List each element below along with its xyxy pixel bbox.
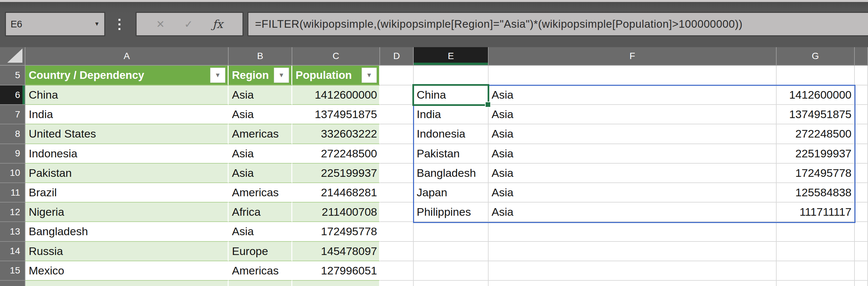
table-header-population[interactable]: Population▼ bbox=[292, 66, 380, 86]
cell-F16[interactable] bbox=[489, 281, 777, 286]
cell-E14[interactable] bbox=[414, 242, 489, 261]
cell-B8[interactable]: Americas bbox=[229, 124, 292, 144]
cell-D13[interactable] bbox=[380, 222, 414, 242]
cell-D8[interactable] bbox=[380, 124, 414, 144]
cell-G14[interactable] bbox=[777, 242, 855, 261]
table-header-region[interactable]: Region▼ bbox=[229, 66, 292, 86]
cell-D12[interactable] bbox=[380, 202, 414, 222]
row-header-5[interactable]: 5 bbox=[0, 66, 25, 86]
cell-E5[interactable] bbox=[414, 66, 489, 86]
enter-icon[interactable]: ✓ bbox=[184, 18, 193, 30]
row-header-11[interactable]: 11 bbox=[0, 183, 25, 202]
cell-D15[interactable] bbox=[380, 261, 414, 281]
column-header-b[interactable]: B bbox=[229, 47, 292, 66]
cell-G7[interactable]: 1374951875 bbox=[777, 105, 855, 124]
filter-button-population[interactable]: ▼ bbox=[362, 68, 377, 83]
row-header-15[interactable]: 15 bbox=[0, 261, 25, 281]
cell-D16[interactable] bbox=[380, 281, 414, 286]
cell-partial[interactable] bbox=[855, 281, 868, 286]
cell-G16[interactable] bbox=[777, 281, 855, 286]
cell-E9[interactable]: Pakistan bbox=[414, 144, 489, 164]
name-box[interactable]: E6 ▼ bbox=[5, 12, 105, 36]
cell-partial[interactable] bbox=[855, 124, 868, 144]
cell-partial[interactable] bbox=[855, 105, 868, 124]
cell-G15[interactable] bbox=[777, 261, 855, 281]
row-header-8[interactable]: 8 bbox=[0, 124, 25, 144]
cell-partial[interactable] bbox=[855, 202, 868, 222]
cell-partial[interactable] bbox=[855, 86, 868, 105]
cell-D5[interactable] bbox=[380, 66, 414, 86]
cell-D6[interactable] bbox=[380, 86, 414, 105]
filter-button-region[interactable]: ▼ bbox=[274, 68, 289, 83]
cell-partial[interactable] bbox=[855, 242, 868, 261]
cell-E13[interactable] bbox=[414, 222, 489, 242]
cell-F15[interactable] bbox=[489, 261, 777, 281]
cell-A13[interactable]: Bangladesh bbox=[25, 222, 229, 242]
cell-G13[interactable] bbox=[777, 222, 855, 242]
column-header-e[interactable]: E bbox=[414, 47, 489, 66]
cell-D14[interactable] bbox=[380, 242, 414, 261]
column-header-c[interactable]: C bbox=[292, 47, 380, 66]
formula-bar[interactable]: =FILTER(wikipopsimple,(wikipopsimple[Reg… bbox=[247, 12, 868, 36]
cell-D9[interactable] bbox=[380, 144, 414, 164]
cell-D7[interactable] bbox=[380, 105, 414, 124]
cell-B11[interactable]: Americas bbox=[229, 183, 292, 202]
cell-B9[interactable]: Asia bbox=[229, 144, 292, 164]
cell-E15[interactable] bbox=[414, 261, 489, 281]
cell-B7[interactable]: Asia bbox=[229, 105, 292, 124]
cell-F12[interactable]: Asia bbox=[489, 202, 777, 222]
cell-A7[interactable]: India bbox=[25, 105, 229, 124]
cell-partial[interactable] bbox=[855, 164, 868, 183]
row-header-14[interactable]: 14 bbox=[0, 242, 25, 261]
cell-G6[interactable]: 1412600000 bbox=[777, 86, 855, 105]
cell-A8[interactable]: United States bbox=[25, 124, 229, 144]
cell-D10[interactable] bbox=[380, 164, 414, 183]
insert-function-icon[interactable]: ƒx bbox=[213, 18, 223, 31]
cell-B12[interactable]: Africa bbox=[229, 202, 292, 222]
cell-G9[interactable]: 225199937 bbox=[777, 144, 855, 164]
cell-B6[interactable]: Asia bbox=[229, 86, 292, 105]
cell-B16-partial[interactable] bbox=[229, 281, 292, 286]
cell-C15[interactable]: 127996051 bbox=[292, 261, 380, 281]
cell-C6[interactable]: 1412600000 bbox=[292, 86, 380, 105]
cell-G10[interactable]: 172495778 bbox=[777, 164, 855, 183]
row-header-12[interactable]: 12 bbox=[0, 202, 25, 222]
cell-partial[interactable] bbox=[855, 222, 868, 242]
cell-F10[interactable]: Asia bbox=[489, 164, 777, 183]
row-header-6[interactable]: 6 bbox=[0, 86, 25, 105]
cell-A10[interactable]: Pakistan bbox=[25, 164, 229, 183]
cell-E6[interactable]: China bbox=[414, 86, 489, 105]
cancel-icon[interactable]: ✕ bbox=[156, 18, 165, 30]
cell-F6[interactable]: Asia bbox=[489, 86, 777, 105]
fill-handle[interactable] bbox=[485, 102, 491, 107]
cell-A6[interactable]: China bbox=[25, 86, 229, 105]
cell-G12[interactable]: 111711117 bbox=[777, 202, 855, 222]
column-header-f[interactable]: F bbox=[489, 47, 777, 66]
cell-partial[interactable] bbox=[855, 66, 868, 86]
cell-C7[interactable]: 1374951875 bbox=[292, 105, 380, 124]
cell-A11[interactable]: Brazil bbox=[25, 183, 229, 202]
cell-F8[interactable]: Asia bbox=[489, 124, 777, 144]
cell-A12[interactable]: Nigeria bbox=[25, 202, 229, 222]
cell-F14[interactable] bbox=[489, 242, 777, 261]
cell-E16[interactable] bbox=[414, 281, 489, 286]
cell-B13[interactable]: Asia bbox=[229, 222, 292, 242]
cell-F7[interactable]: Asia bbox=[489, 105, 777, 124]
cell-B15[interactable]: Americas bbox=[229, 261, 292, 281]
row-header-7[interactable]: 7 bbox=[0, 105, 25, 124]
cell-E8[interactable]: Indonesia bbox=[414, 124, 489, 144]
column-header-partial[interactable] bbox=[855, 47, 868, 66]
cell-C14[interactable]: 145478097 bbox=[292, 242, 380, 261]
cell-E11[interactable]: Japan bbox=[414, 183, 489, 202]
select-all-button[interactable] bbox=[0, 47, 25, 66]
cell-partial[interactable] bbox=[855, 183, 868, 202]
cell-G5[interactable] bbox=[777, 66, 855, 86]
row-header-13[interactable]: 13 bbox=[0, 222, 25, 242]
row-header-10[interactable]: 10 bbox=[0, 164, 25, 183]
cell-E7[interactable]: India bbox=[414, 105, 489, 124]
filter-button-country-dependency[interactable]: ▼ bbox=[210, 68, 225, 83]
cell-D11[interactable] bbox=[380, 183, 414, 202]
name-box-dropdown-icon[interactable]: ▼ bbox=[94, 21, 100, 27]
cell-F11[interactable]: Asia bbox=[489, 183, 777, 202]
cell-F9[interactable]: Asia bbox=[489, 144, 777, 164]
